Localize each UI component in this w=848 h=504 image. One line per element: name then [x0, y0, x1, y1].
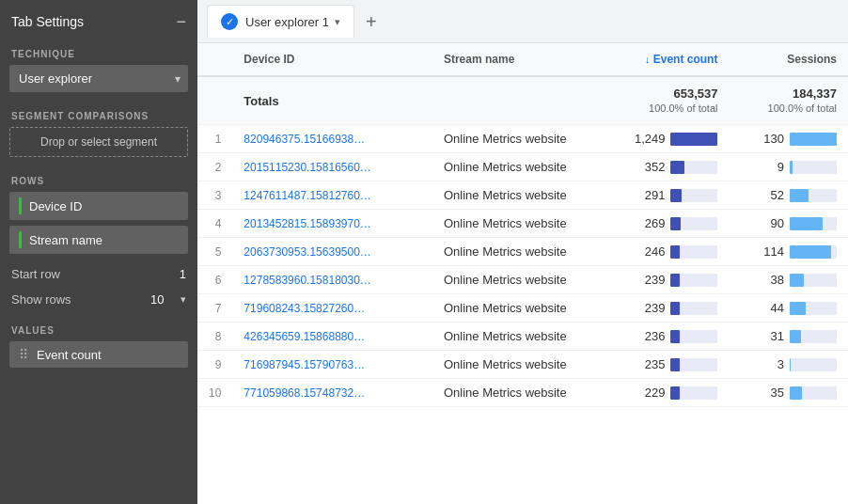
event-bar-container: [670, 161, 717, 174]
sidebar-title: Tab Settings: [11, 14, 84, 29]
event-bar-fill: [670, 274, 680, 287]
stream-name-cell: Online Metrics website: [432, 379, 609, 407]
technique-select[interactable]: User explorer Segment explorer: [9, 65, 188, 92]
table-header-row: Device ID Stream name ↓ Event count Sess…: [197, 43, 848, 76]
device-id-link[interactable]: 1247611487.15812760…: [243, 189, 370, 202]
stream-name-cell: Online Metrics website: [432, 238, 609, 266]
event-bar-wrapper: 235: [620, 357, 718, 371]
event-bar-fill: [670, 386, 679, 400]
table-row: 10 771059868.15748732… Online Metrics we…: [197, 379, 848, 407]
event-bar-fill: [670, 358, 679, 371]
device-id-link[interactable]: 2063730953.15639500…: [243, 245, 370, 259]
sessions-bar-wrapper: 114: [740, 244, 837, 259]
stream-name-cell: Online Metrics website: [432, 153, 609, 181]
event-count-value: 235: [645, 357, 666, 371]
sessions-cell: 90: [729, 210, 848, 238]
sessions-bar-fill: [790, 358, 791, 371]
event-count-value: 229: [645, 386, 666, 400]
tab-user-explorer-1[interactable]: ✓ User explorer 1 ▾: [207, 5, 354, 38]
sessions-bar-fill: [790, 189, 809, 202]
event-count-value: 352: [645, 160, 666, 174]
totals-event-count: 653,537 100.0% of total: [609, 76, 730, 125]
green-bar-stream-name: [19, 231, 22, 248]
sessions-bar-fill: [790, 161, 793, 174]
sessions-value: 38: [771, 273, 784, 287]
col-header-device-id[interactable]: Device ID: [232, 43, 432, 76]
sessions-cell: 38: [729, 266, 848, 294]
values-section: ⠿ Event count: [0, 341, 197, 373]
event-count-value: 269: [645, 216, 666, 230]
sessions-bar-fill: [790, 330, 801, 343]
sessions-value: 35: [771, 386, 784, 400]
show-rows-select[interactable]: 5 10 25 50 100: [150, 292, 186, 307]
device-id-cell[interactable]: 820946375.15166938…: [232, 125, 432, 153]
sessions-cell: 44: [729, 294, 848, 323]
device-id-cell[interactable]: 1278583960.15818030…: [232, 266, 432, 294]
event-count-value: 236: [645, 329, 666, 343]
col-header-sessions[interactable]: Sessions: [729, 43, 848, 76]
device-id-link[interactable]: 719608243.15827260…: [243, 302, 365, 315]
event-bar-wrapper: 239: [620, 301, 718, 315]
stream-name-cell: Online Metrics website: [432, 266, 609, 294]
event-count-cell: 236: [609, 323, 730, 351]
device-id-link[interactable]: 820946375.15166938…: [243, 133, 365, 146]
table-row: 7 719608243.15827260… Online Metrics web…: [197, 294, 848, 323]
sessions-bar-container: [790, 330, 837, 343]
event-bar-wrapper: 236: [620, 329, 718, 343]
event-count-cell: 352: [609, 153, 730, 181]
show-rows-section: Show rows 5 10 25 50 100 ▾: [0, 289, 197, 316]
rows-section: Device ID Stream name: [0, 192, 197, 260]
sessions-value: 31: [771, 329, 784, 343]
device-id-cell[interactable]: 719608243.15827260…: [232, 294, 432, 323]
device-id-cell[interactable]: 1247611487.15812760…: [232, 181, 432, 210]
show-rows-select-wrapper: 5 10 25 50 100 ▾: [150, 292, 186, 307]
row-item-device-id: Device ID: [9, 192, 188, 220]
sessions-value: 3: [777, 357, 784, 371]
green-bar-device-id: [19, 197, 22, 214]
row-item-stream-name: Stream name: [9, 226, 188, 254]
event-bar-container: [670, 189, 717, 202]
show-rows-label: Show rows: [11, 292, 71, 307]
event-count-value: 246: [645, 244, 666, 259]
device-id-link[interactable]: 1278583960.15818030…: [243, 274, 370, 287]
device-id-cell[interactable]: 2015115230.15816560…: [232, 153, 432, 181]
tab-dropdown-icon[interactable]: ▾: [335, 16, 340, 28]
totals-event-count-value: 653,537: [673, 87, 717, 101]
row-number: 10: [197, 379, 232, 407]
device-id-cell[interactable]: 771059868.15748732…: [232, 379, 432, 407]
totals-sessions-value: 184,337: [793, 87, 837, 101]
values-label: VALUES: [0, 316, 197, 341]
device-id-link[interactable]: 716987945.15790763…: [243, 358, 365, 371]
add-tab-button[interactable]: +: [358, 8, 385, 35]
device-id-cell[interactable]: 716987945.15790763…: [232, 351, 432, 379]
sessions-value: 44: [771, 301, 784, 315]
row-number: 5: [197, 238, 232, 266]
event-bar-container: [670, 217, 717, 230]
sessions-cell: 9: [729, 153, 848, 181]
sessions-bar-wrapper: 3: [740, 357, 837, 371]
device-id-cell[interactable]: 2013452815.15893970…: [232, 210, 432, 238]
sessions-bar-fill: [790, 217, 823, 230]
stream-name-cell: Online Metrics website: [432, 210, 609, 238]
event-bar-container: [670, 358, 717, 371]
sessions-bar-container: [790, 161, 837, 174]
event-bar-fill: [670, 245, 680, 259]
stream-name-cell: Online Metrics website: [432, 125, 609, 153]
col-header-event-count[interactable]: ↓ Event count: [609, 43, 730, 76]
minimize-icon[interactable]: −: [176, 13, 186, 30]
sessions-bar-wrapper: 44: [740, 301, 837, 315]
stream-name-cell: Online Metrics website: [432, 351, 609, 379]
event-bar-container: [670, 274, 717, 287]
segment-drop-btn[interactable]: Drop or select segment: [9, 127, 188, 157]
device-id-cell[interactable]: 426345659.15868880…: [232, 323, 432, 351]
device-id-cell[interactable]: 2063730953.15639500…: [232, 238, 432, 266]
tabs-bar: ✓ User explorer 1 ▾ +: [197, 0, 848, 43]
event-count-cell: 1,249: [609, 125, 730, 153]
col-header-stream-name[interactable]: Stream name: [432, 43, 609, 76]
device-id-link[interactable]: 2015115230.15816560…: [243, 161, 370, 174]
device-id-link[interactable]: 771059868.15748732…: [243, 386, 365, 400]
device-id-link[interactable]: 426345659.15868880…: [243, 330, 365, 343]
sessions-bar-wrapper: 38: [740, 273, 837, 287]
sessions-value: 130: [763, 132, 784, 146]
device-id-link[interactable]: 2013452815.15893970…: [243, 217, 370, 230]
